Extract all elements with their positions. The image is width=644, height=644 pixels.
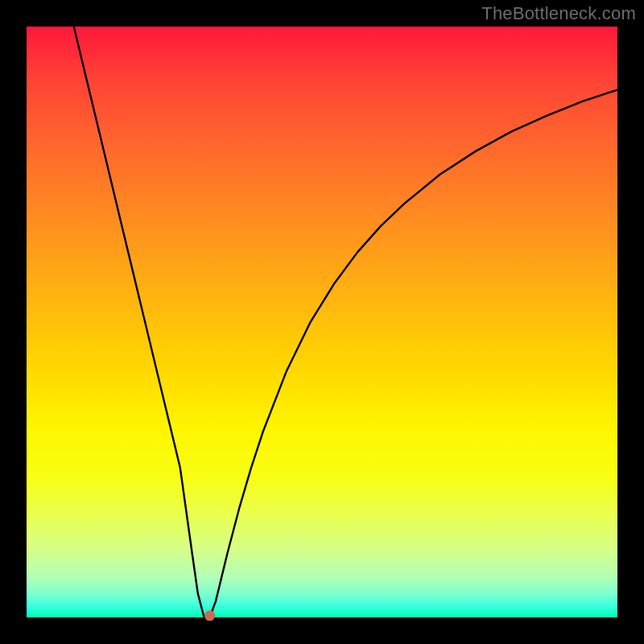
minimum-marker — [204, 610, 215, 621]
plot-area — [27, 27, 617, 617]
watermark-text: TheBottleneck.com — [481, 3, 636, 24]
chart-wrapper: TheBottleneck.com — [0, 0, 644, 644]
bottleneck-curve — [74, 27, 617, 617]
curve-svg — [27, 27, 617, 617]
